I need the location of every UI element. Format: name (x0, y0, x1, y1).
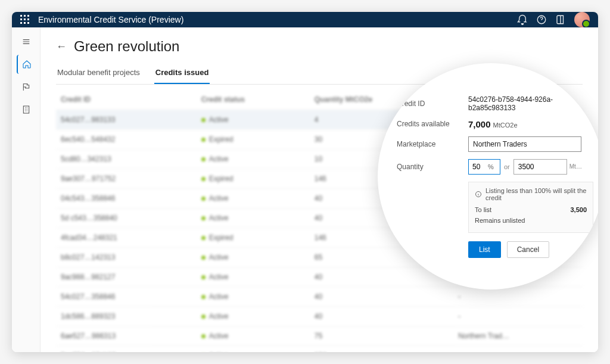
flag-icon[interactable] (17, 77, 36, 97)
table-row[interactable]: 1dc586…889323Active40- (56, 307, 583, 326)
value-credits-available: 7,000MtCO2e (468, 119, 585, 129)
quantity-unit: Mt… (569, 163, 582, 170)
label-credits-available: Credits available (397, 120, 462, 128)
top-navbar: Environmental Credit Service (Preview) (12, 12, 598, 27)
split-info-box: Listing less than 100% will split the cr… (468, 182, 593, 233)
label-credit-id: Credit ID (397, 99, 462, 108)
value-credit-id: 54c0276-b758-4944-926a-b2a85c983133 (468, 95, 585, 112)
label-remains-unlisted: Remains unlisted (475, 217, 525, 224)
col-credit-status[interactable]: Credit status (197, 89, 310, 110)
credit-detail-panel: Credit ID 54c0276-b758-4944-926a-b2a85c9… (378, 63, 598, 290)
tab-benefit-projects[interactable]: Modular benefit projects (56, 62, 141, 84)
app-launcher-icon[interactable] (20, 15, 30, 24)
back-arrow-icon[interactable]: ← (56, 41, 67, 53)
book-icon[interactable] (555, 14, 566, 25)
table-row[interactable]: 9ae304…12ab12Active104- (56, 346, 583, 353)
label-marketplace: Marketplace (397, 140, 462, 148)
value-to-list: 3,500 (570, 206, 587, 213)
left-rail (12, 27, 41, 352)
info-icon (475, 191, 482, 198)
table-row[interactable]: 6ae527…986313Active75Northern Trad… (56, 326, 583, 346)
or-separator: or (504, 163, 510, 170)
help-icon[interactable] (536, 14, 547, 25)
quantity-absolute-input[interactable] (513, 159, 567, 175)
svg-rect-1 (23, 106, 29, 113)
marketplace-input[interactable] (468, 136, 581, 152)
list-button[interactable]: List (468, 241, 501, 258)
table-row[interactable]: 54c027…358846Active40- (56, 287, 583, 307)
menu-toggle-icon[interactable] (17, 32, 36, 51)
page-title: Green revolution (74, 38, 179, 55)
col-credit-id[interactable]: Credit ID (56, 89, 197, 110)
building-icon[interactable] (17, 100, 36, 119)
tab-credits-issued[interactable]: Credits issued (154, 62, 210, 84)
cancel-button[interactable]: Cancel (507, 241, 549, 258)
notifications-icon[interactable] (517, 14, 528, 25)
quantity-percent-input[interactable]: % (468, 159, 500, 175)
info-text: Listing less than 100% will split the cr… (485, 187, 587, 201)
user-avatar[interactable] (574, 12, 590, 27)
label-to-list: To list (475, 206, 491, 213)
label-quantity: Quantity (397, 163, 462, 171)
main-content: ← Green revolution Modular benefit proje… (41, 27, 598, 352)
app-title: Environmental Credit Service (Preview) (38, 15, 183, 24)
home-icon[interactable] (17, 55, 36, 74)
